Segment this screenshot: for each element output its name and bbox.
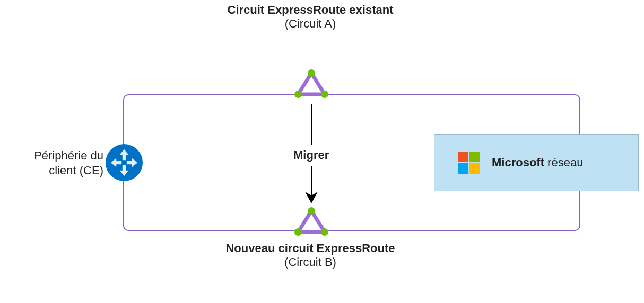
ce-label-line2: client (CE) xyxy=(19,163,103,178)
existing-circuit-label: Circuit ExpressRoute existant (Circuit A… xyxy=(202,3,419,31)
ms-label-normal: réseau xyxy=(544,156,583,169)
diagram-canvas: Circuit ExpressRoute existant (Circuit A… xyxy=(0,0,644,303)
microsoft-network-box: Microsoft réseau xyxy=(434,134,639,191)
ce-arrows-icon xyxy=(109,147,140,178)
new-circuit-label: Nouveau circuit ExpressRoute (Circuit B) xyxy=(202,242,419,270)
ms-label-bold: Microsoft xyxy=(492,156,544,169)
svg-point-3 xyxy=(308,207,315,215)
expressroute-triangle-icon xyxy=(293,68,330,100)
svg-point-2 xyxy=(294,91,302,98)
svg-point-5 xyxy=(294,228,302,236)
svg-point-1 xyxy=(321,91,328,98)
expressroute-triangle-icon xyxy=(293,206,330,237)
customer-edge-icon xyxy=(106,144,143,181)
customer-edge-label: Périphérie du client (CE) xyxy=(19,148,103,177)
ce-label-line1: Périphérie du xyxy=(19,148,103,163)
svg-point-0 xyxy=(308,69,315,77)
existing-circuit-title: Circuit ExpressRoute existant xyxy=(202,3,419,17)
expressroute-triangle-top xyxy=(293,68,330,100)
new-circuit-subtitle: (Circuit B) xyxy=(202,255,419,269)
migrate-arrow-head xyxy=(305,192,318,206)
migrate-arrow-bottom-segment xyxy=(311,166,312,195)
migrate-arrow-top-segment xyxy=(311,104,312,145)
microsoft-network-label: Microsoft réseau xyxy=(492,156,583,170)
microsoft-logo-icon xyxy=(458,152,480,174)
existing-circuit-subtitle: (Circuit A) xyxy=(202,17,419,31)
svg-point-4 xyxy=(321,228,328,236)
expressroute-triangle-bottom xyxy=(293,206,330,237)
new-circuit-title: Nouveau circuit ExpressRoute xyxy=(202,242,419,255)
migrate-label: Migrer xyxy=(293,148,329,162)
